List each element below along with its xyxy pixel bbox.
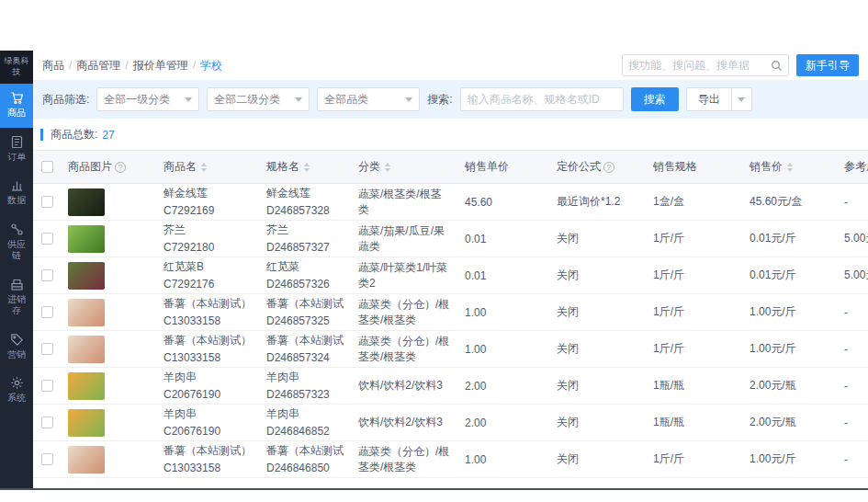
product-image[interactable] bbox=[68, 299, 105, 326]
sort-icon[interactable] bbox=[385, 163, 390, 172]
spec-name: 番薯（本站测试） bbox=[266, 442, 344, 460]
product-name: 番薯（本站测试） bbox=[163, 332, 252, 349]
inventory-icon bbox=[10, 278, 24, 291]
filter-label: 商品筛选: bbox=[42, 92, 89, 108]
sidebar-item-system[interactable]: 系统 bbox=[0, 369, 33, 413]
product-code: C13033158 bbox=[163, 349, 252, 367]
category-cell: 蔬菜/叶菜类1/叶菜类2 bbox=[351, 257, 457, 293]
sale-spec-cell: 1瓶/瓶 bbox=[646, 368, 742, 404]
spec-name: 红苋菜 bbox=[266, 258, 330, 276]
filter-bar: 商品筛选: 全部一级分类全部二级分类全部品类 搜索: 搜索 导出 bbox=[33, 80, 868, 119]
breadcrumb-item[interactable]: 商品管理 bbox=[76, 58, 120, 74]
row-checkbox[interactable] bbox=[41, 416, 53, 428]
pricing-formula-cell: 关闭 bbox=[549, 441, 646, 477]
reference-cost-cell: - bbox=[837, 405, 868, 440]
row-checkbox[interactable] bbox=[41, 453, 53, 465]
select-value: 全部一级分类 bbox=[104, 92, 170, 108]
column-header[interactable]: 销售单价 bbox=[457, 151, 549, 183]
category-select-1[interactable]: 全部一级分类 bbox=[96, 87, 199, 111]
column-header[interactable]: 销售价 bbox=[742, 151, 837, 183]
sort-icon[interactable] bbox=[201, 163, 207, 172]
column-header-label: 销售单价 bbox=[465, 159, 509, 175]
export-button[interactable]: 导出 bbox=[686, 87, 732, 111]
sidebar-item-data[interactable]: 数据 bbox=[0, 171, 33, 215]
column-header[interactable]: 定价公式? bbox=[549, 151, 646, 183]
global-search-input[interactable] bbox=[628, 59, 767, 72]
table-row: 鲜金线莲C7292169鲜金线莲D246857328蔬菜/根茎类/根茎类45.6… bbox=[33, 184, 868, 221]
product-image[interactable] bbox=[68, 372, 105, 400]
spec-name: 鲜金线莲 bbox=[266, 185, 330, 202]
sale-price-cell: 1.00元/斤 bbox=[742, 441, 837, 477]
product-image[interactable] bbox=[68, 446, 105, 473]
help-icon[interactable]: ? bbox=[603, 162, 614, 173]
help-icon[interactable]: ? bbox=[115, 162, 126, 173]
products-table: 商品图片?商品名规格名分类销售单价定价公式?销售规格销售价参考成 鲜金线莲C72… bbox=[33, 150, 868, 488]
breadcrumb-item[interactable]: 学校 bbox=[200, 58, 222, 74]
select-value: 全部品类 bbox=[324, 92, 368, 108]
search-icon[interactable] bbox=[771, 60, 783, 72]
global-search-box[interactable] bbox=[622, 54, 789, 76]
column-header[interactable]: 商品图片? bbox=[61, 151, 156, 183]
row-checkbox[interactable] bbox=[41, 306, 53, 318]
chevron-down-icon bbox=[738, 97, 745, 102]
select-all-checkbox[interactable] bbox=[41, 161, 53, 173]
filter-selects: 全部一级分类全部二级分类全部品类 bbox=[96, 87, 420, 111]
spec-code: D246846850 bbox=[266, 460, 344, 477]
row-checkbox[interactable] bbox=[41, 233, 53, 245]
sidebar-item-supply[interactable]: 供应链 bbox=[0, 215, 33, 270]
sort-icon[interactable] bbox=[304, 163, 310, 172]
sale-price-cell: 2.00元/瓶 bbox=[742, 368, 837, 404]
sidebar-item-label: 订单 bbox=[6, 152, 27, 164]
sale-spec-cell: 1斤/斤 bbox=[646, 257, 742, 293]
category-select-3[interactable]: 全部品类 bbox=[317, 87, 420, 111]
table-row: 羊肉串C20676190羊肉串D246857323饮料/饮料2/饮料32.00关… bbox=[33, 368, 868, 405]
product-image[interactable] bbox=[68, 262, 105, 290]
orders-icon bbox=[10, 135, 24, 149]
product-code: C7292169 bbox=[163, 202, 214, 220]
product-code: C20676190 bbox=[163, 386, 220, 404]
product-image[interactable] bbox=[68, 409, 105, 437]
product-code: C20676190 bbox=[163, 423, 220, 440]
export-dropdown-toggle[interactable] bbox=[732, 87, 752, 111]
column-header-label: 商品图片 bbox=[68, 159, 112, 175]
sidebar-item-goods[interactable]: 商品 bbox=[0, 84, 33, 128]
goods-icon bbox=[10, 91, 24, 105]
spec-name: 芥兰 bbox=[266, 222, 330, 239]
sort-icon[interactable] bbox=[787, 163, 793, 172]
unit-price-cell: 2.00 bbox=[457, 405, 549, 440]
column-header[interactable]: 商品名 bbox=[156, 151, 259, 183]
sidebar: 绿奥科技 商品订单数据供应链进销存营销系统 bbox=[0, 51, 33, 488]
column-header[interactable]: 销售规格 bbox=[646, 151, 742, 183]
column-header[interactable]: 规格名 bbox=[259, 151, 351, 183]
select-value: 全部二级分类 bbox=[214, 92, 280, 108]
search-button[interactable]: 搜索 bbox=[631, 87, 679, 111]
unit-price-cell: 1.00 bbox=[457, 441, 549, 477]
sidebar-item-label: 进销存 bbox=[6, 294, 27, 317]
column-header[interactable]: 参考成 bbox=[837, 151, 868, 183]
product-name: 番薯（本站测试） bbox=[163, 442, 252, 460]
sidebar-item-inventory[interactable]: 进销存 bbox=[0, 270, 33, 325]
sale-price-cell: 45.60元/盒 bbox=[742, 184, 837, 220]
row-checkbox[interactable] bbox=[41, 343, 53, 355]
sidebar-item-marketing[interactable]: 营销 bbox=[0, 325, 33, 370]
main-content: 商品/商品管理/报价单管理/学校 新手引导 商品筛选: 全部一级分类全部二级分类… bbox=[33, 51, 868, 488]
row-checkbox[interactable] bbox=[41, 380, 53, 392]
breadcrumb-item[interactable]: 商品 bbox=[42, 58, 64, 74]
category-select-2[interactable]: 全部二级分类 bbox=[207, 87, 310, 111]
table-header-row: 商品图片?商品名规格名分类销售单价定价公式?销售规格销售价参考成 bbox=[33, 151, 868, 184]
row-checkbox[interactable] bbox=[41, 196, 53, 208]
row-checkbox[interactable] bbox=[41, 269, 53, 281]
product-image[interactable] bbox=[68, 225, 105, 253]
marketing-icon bbox=[10, 333, 24, 347]
breadcrumb-item[interactable]: 报价单管理 bbox=[133, 58, 188, 74]
product-search-input[interactable] bbox=[460, 87, 624, 111]
sidebar-item-orders[interactable]: 订单 bbox=[0, 128, 33, 172]
sidebar-item-label: 系统 bbox=[6, 393, 27, 405]
beginner-guide-button[interactable]: 新手引导 bbox=[796, 54, 859, 76]
pricing-formula-cell: 关闭 bbox=[549, 368, 646, 404]
spec-code: D246857325 bbox=[266, 313, 344, 330]
product-image[interactable] bbox=[68, 188, 105, 216]
system-icon bbox=[10, 376, 24, 390]
column-header[interactable]: 分类 bbox=[351, 151, 457, 183]
product-image[interactable] bbox=[68, 336, 105, 363]
